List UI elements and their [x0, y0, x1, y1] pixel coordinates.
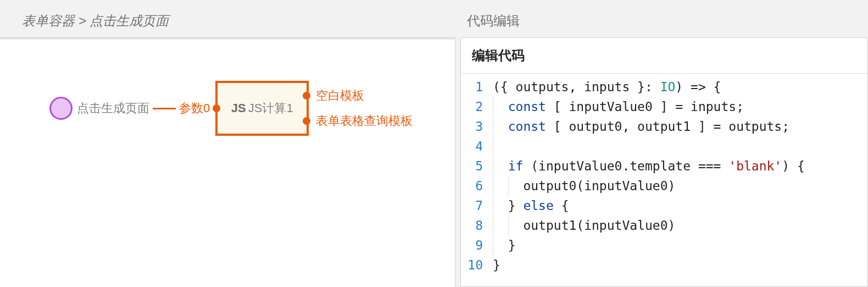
- flow-canvas[interactable]: 点击生成页面 参数0 JS JS计算1 空白模板 表: [0, 38, 456, 287]
- code-text[interactable]: output0(inputValue0): [493, 176, 867, 196]
- code-line: 8 output1(inputValue0): [461, 216, 867, 235]
- code-line: 10 }: [461, 255, 867, 275]
- node-output-port[interactable]: [303, 117, 310, 125]
- line-number: 8: [461, 216, 493, 235]
- output-label[interactable]: 表单表格查询模板: [316, 113, 413, 129]
- code-text[interactable]: const [ inputValue0 ] = inputs;: [493, 97, 867, 117]
- code-line: 9 }: [461, 235, 867, 255]
- output-row: 空白模板: [307, 87, 413, 104]
- section-title: 代码编辑: [456, 0, 868, 37]
- js-keyword: JS: [231, 101, 246, 115]
- node-input-port[interactable]: [213, 104, 220, 112]
- output-label[interactable]: 空白模板: [316, 87, 364, 104]
- code-editor-frame: 编辑代码 1 ({ outputs, inputs }: IO) => { 2 …: [460, 37, 868, 287]
- node-outputs: 空白模板 表单表格查询模板: [307, 83, 413, 134]
- output-row: 表单表格查询模板: [307, 113, 413, 129]
- line-number: 5: [461, 156, 493, 176]
- left-panel: 表单容器 > 点击生成页面 点击生成页面 参数0 JS JS计算1 空白模板: [0, 0, 456, 287]
- code-line: 1 ({ outputs, inputs }: IO) => {: [461, 77, 867, 97]
- editor-title: 编辑代码: [461, 38, 867, 74]
- code-line: 3 const [ output0, output1 ] = outputs;: [461, 117, 867, 136]
- code-text[interactable]: output1(inputValue0): [493, 216, 867, 235]
- line-number: 6: [461, 176, 493, 196]
- code-text[interactable]: [493, 136, 867, 156]
- line-number: 7: [461, 196, 493, 216]
- js-node-label: JS计算1: [248, 100, 293, 117]
- line-number: 1: [461, 77, 493, 97]
- code-editor[interactable]: 1 ({ outputs, inputs }: IO) => { 2 const…: [461, 74, 867, 275]
- code-text[interactable]: } else {: [493, 196, 867, 216]
- code-line: 6 output0(inputValue0): [461, 176, 867, 196]
- node-output-port[interactable]: [303, 92, 310, 100]
- code-text[interactable]: }: [493, 235, 867, 255]
- flow-graph: 点击生成页面 参数0 JS JS计算1 空白模板 表: [49, 81, 309, 136]
- breadcrumb-sep: >: [75, 13, 90, 28]
- breadcrumb-root[interactable]: 表单容器: [22, 13, 75, 28]
- right-panel: 代码编辑 编辑代码 1 ({ outputs, inputs }: IO) =>…: [456, 0, 868, 287]
- breadcrumb[interactable]: 表单容器 > 点击生成页面: [0, 0, 456, 38]
- code-text[interactable]: const [ output0, output1 ] = outputs;: [493, 117, 867, 136]
- breadcrumb-current[interactable]: 点击生成页面: [90, 13, 169, 28]
- code-line: 5 if (inputValue0.template === 'blank') …: [461, 156, 867, 176]
- line-number: 3: [461, 117, 493, 136]
- trigger-label: 点击生成页面: [77, 100, 149, 117]
- code-text[interactable]: ({ outputs, inputs }: IO) => {: [493, 77, 867, 97]
- code-text[interactable]: if (inputValue0.template === 'blank') {: [493, 156, 867, 176]
- line-number: 2: [461, 97, 493, 117]
- code-text[interactable]: }: [493, 255, 867, 275]
- edge-trigger-to-param: [153, 108, 176, 109]
- line-number: 10: [461, 255, 493, 275]
- code-line: 2 const [ inputValue0 ] = inputs;: [461, 97, 867, 117]
- line-number: 9: [461, 235, 493, 255]
- param-label[interactable]: 参数0: [179, 100, 210, 117]
- trigger-node[interactable]: [49, 97, 73, 120]
- code-line: 4: [461, 136, 867, 156]
- line-number: 4: [461, 136, 493, 156]
- app-root: 表单容器 > 点击生成页面 点击生成页面 参数0 JS JS计算1 空白模板: [0, 0, 868, 287]
- js-compute-node[interactable]: JS JS计算1 空白模板 表单表格查询模板: [215, 81, 309, 136]
- code-line: 7 } else {: [461, 196, 867, 216]
